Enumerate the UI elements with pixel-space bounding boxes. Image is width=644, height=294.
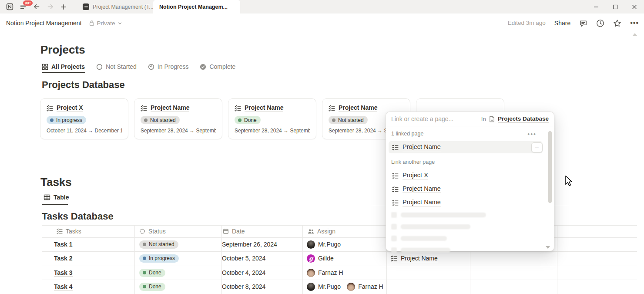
checklist-icon [57, 228, 63, 234]
status-cell[interactable]: Not started [139, 237, 178, 251]
tab-notion-project-management[interactable]: Notion Project Managem... [153, 0, 240, 14]
date-cell[interactable]: October 5, 2024 [222, 251, 265, 265]
assign-cell[interactable]: Mr.Pugo Farnaz H [307, 280, 383, 294]
new-tab-button[interactable] [60, 3, 67, 10]
project-card-title: Project Name [339, 104, 377, 112]
tab-label: Notion Project Managem... [159, 4, 228, 10]
project-card[interactable]: Project X In progress October 11, 2024 →… [40, 98, 128, 139]
status-dot [144, 118, 148, 122]
status-dot [50, 118, 54, 122]
lock-icon [89, 20, 95, 26]
status-cell[interactable]: Done [139, 266, 165, 280]
column-header-status[interactable]: Status [139, 225, 166, 237]
privacy-control[interactable]: Private [89, 20, 122, 27]
checklist-icon [47, 105, 53, 112]
status-dot [238, 118, 242, 122]
view-tab-all-projects[interactable]: All Projects [42, 63, 85, 70]
checklist-icon [392, 144, 399, 151]
project-relation-cell[interactable]: Project Name [391, 251, 438, 265]
project-card-title: Project Name [245, 104, 283, 112]
avatar [307, 283, 315, 291]
comments-button[interactable] [579, 19, 587, 27]
scroll-up-arrow[interactable] [632, 33, 637, 36]
checklist-icon [391, 255, 397, 262]
avatar [307, 269, 315, 277]
avatar [347, 283, 355, 291]
history-button[interactable] [596, 19, 604, 27]
status-badge: Not started [329, 116, 368, 124]
date-cell[interactable]: September 26, 2024 [222, 237, 277, 251]
checklist-icon [392, 199, 399, 206]
page-option[interactable]: Project X [389, 169, 543, 182]
projects-view-tabs: All Projects Not Started In Progress Com… [42, 61, 235, 72]
people-icon [308, 228, 314, 235]
tab-strip: Project Management (T... Notion Project … [77, 0, 240, 14]
date-cell[interactable]: October 8, 2024 [222, 280, 265, 294]
view-tab-complete[interactable]: Complete [200, 63, 235, 70]
skeleton-row [391, 247, 450, 253]
more-options-button[interactable]: ••• [527, 131, 537, 138]
projects-tabs-divider [42, 73, 637, 73]
tab-project-management[interactable]: Project Management (T... [77, 0, 153, 14]
projects-heading: Projects [40, 43, 85, 57]
unlink-button[interactable]: – [531, 142, 543, 152]
project-card[interactable]: Project Name Done September 28, 2024 → S… [228, 98, 316, 139]
page-option[interactable]: Project Name [389, 183, 543, 195]
circle-icon [96, 64, 103, 70]
column-header-date[interactable]: Date [223, 225, 245, 237]
sidebar-toggle-button[interactable]: 99+ [20, 3, 27, 10]
close-button[interactable] [625, 0, 644, 14]
status-cell[interactable]: Done [139, 280, 165, 294]
view-tab-label: All Projects [51, 63, 85, 70]
popup-database-scope[interactable]: In Projects Database [481, 115, 549, 123]
popup-scrollbar[interactable] [548, 131, 552, 203]
task-name-cell[interactable]: Task 4 [54, 280, 73, 294]
status-dot [332, 118, 335, 122]
assign-cell[interactable]: gGillde [307, 251, 334, 265]
assign-cell[interactable]: Mr.Pugo [307, 237, 341, 251]
back-button[interactable] [33, 3, 40, 10]
page-option-title: Project Name [402, 185, 441, 193]
view-tab-in-progress[interactable]: In Progress [148, 63, 189, 70]
status-badge: Done [235, 116, 261, 124]
link-page-input[interactable] [391, 115, 481, 122]
link-another-label: Link another page [391, 159, 435, 165]
checklist-icon [392, 172, 399, 179]
tasks-database-heading: Tasks Database [42, 211, 114, 222]
project-card[interactable]: Project Name Not started September 28, 2… [134, 98, 222, 139]
breadcrumb[interactable]: Notion Project Management [6, 20, 82, 27]
favorite-button[interactable] [613, 19, 621, 27]
scroll-down-arrow[interactable] [546, 246, 550, 249]
privacy-label: Private [97, 20, 115, 27]
project-card-dates: September 28, 2024 → September 28, [141, 128, 216, 134]
calendar-icon [223, 228, 229, 234]
linked-page-row[interactable]: Project Name – [389, 141, 543, 153]
task-name-cell[interactable]: Task 2 [54, 251, 73, 265]
grid-icon [42, 64, 48, 70]
page-option[interactable]: Project Name [389, 196, 543, 209]
chevron-down-icon [117, 21, 122, 26]
status-badge: In progress [47, 116, 86, 124]
minimize-button[interactable] [587, 0, 606, 14]
column-header-assign[interactable]: Assign [308, 225, 335, 237]
assign-cell[interactable]: Farnaz H [307, 266, 343, 280]
project-card-dates: September 28, 2024 → September 28, [235, 128, 310, 134]
maximize-button[interactable] [606, 0, 625, 14]
more-options-button[interactable]: ••• [630, 19, 639, 27]
tab-favicon [83, 3, 89, 10]
forward-button[interactable] [47, 3, 54, 10]
popup-search-row: In Projects Database [386, 112, 554, 126]
view-tab-table[interactable]: Table [44, 194, 69, 201]
table-row: Task 4 Done October 8, 2024 Mr.Pugo Farn… [42, 280, 637, 294]
view-tab-label: Table [54, 194, 69, 201]
status-cell[interactable]: In progress [139, 251, 179, 265]
status-spinner-icon [139, 228, 145, 234]
notion-logo-icon[interactable] [6, 3, 13, 10]
date-cell[interactable]: October 4, 2024 [222, 266, 265, 280]
task-name-cell[interactable]: Task 1 [54, 237, 73, 251]
task-name-cell[interactable]: Task 3 [54, 266, 73, 280]
view-tab-not-started[interactable]: Not Started [96, 63, 137, 70]
column-header-tasks[interactable]: Tasks [57, 225, 81, 237]
table-row: Task 2 In progress October 5, 2024 gGill… [42, 251, 637, 265]
share-button[interactable]: Share [554, 20, 570, 27]
